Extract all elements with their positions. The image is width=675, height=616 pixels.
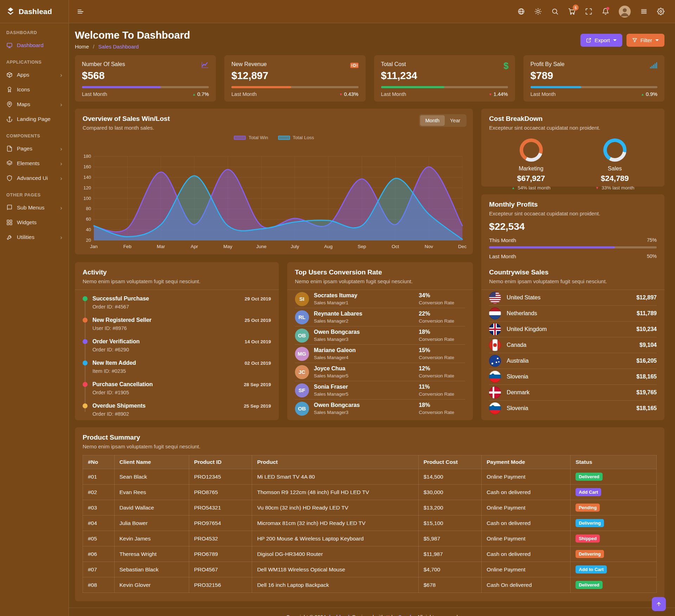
notifications-bell-icon[interactable] [602, 8, 609, 15]
table-cell: $14,500 [418, 469, 482, 485]
brand-logo[interactable]: Dashlead [0, 0, 69, 23]
filter-button[interactable]: Filter [626, 34, 664, 47]
sidebar-item-elements[interactable]: Elements› [0, 156, 69, 171]
sidebar-item-sub-menus[interactable]: Sub Menus› [0, 200, 69, 215]
sidebar-item-landing-page[interactable]: Landing Page [0, 112, 69, 127]
table-cell: Thomson R9 122cm (48 inch) Full HD LED T… [252, 485, 418, 500]
sales-win-lost-card: Overview of Sales Win/Lost Compared to l… [75, 109, 473, 254]
status-badge: Delivered [576, 473, 603, 481]
activity-item-title: New Item Added [92, 360, 271, 366]
footer-brand-link[interactable]: dashlead [327, 614, 349, 616]
country-sales-value: $19,765 [636, 389, 657, 396]
top-user-row: SFSonia FraserSales Manager511%Conversio… [295, 381, 465, 400]
cart-icon[interactable]: 5 [568, 8, 576, 15]
language-globe-icon[interactable] [518, 8, 525, 15]
sidebar-item-advanced-ui[interactable]: Advanced Ui› [0, 171, 69, 186]
user-avatar[interactable] [619, 6, 631, 18]
sidebar-item-pages[interactable]: Pages› [0, 141, 69, 156]
chevron-right-icon: › [60, 234, 62, 240]
chart-range-toggle: Month Year [419, 114, 467, 127]
breadcrumb-home-link[interactable]: Home [75, 44, 89, 50]
country-row: Slovenia$18,165 [489, 369, 657, 385]
export-button[interactable]: Export [580, 34, 622, 47]
country-name: Slovenia [507, 405, 528, 411]
filter-funnel-icon [632, 38, 637, 43]
table-cell: Cash on delivered [482, 546, 571, 562]
table-row: #03David WallacePRO54321Vu 80cm (32 inch… [83, 500, 657, 516]
package-icon [6, 72, 13, 78]
user-conversion: 22%Conversion Rate [419, 311, 465, 324]
table-cell: Cash on delivered [482, 485, 571, 500]
sidebar-section-label: COMPONENTS [0, 127, 69, 141]
stat-cards-row: Number Of Sales$568Last Month▲0.7%New Re… [75, 55, 664, 102]
activity-subtitle: Nemo enim ipsam voluptatem fugit sequi n… [83, 278, 271, 284]
product-summary-title: Product Summary [83, 434, 657, 441]
avatar: JC [295, 365, 309, 379]
stat-label: Profit By Sale [531, 61, 657, 67]
uk-flag-icon [489, 323, 501, 335]
conversion-label: Conversion Rate [419, 337, 465, 342]
toggle-month[interactable]: Month [420, 115, 445, 126]
top-user-row: MGMariane GaleonSales Manager415%Convers… [295, 345, 465, 363]
svg-text:May: May [223, 244, 232, 249]
cart-badge: 5 [573, 5, 579, 11]
sidebar-item-icons[interactable]: Icons [0, 82, 69, 97]
toggle-year[interactable]: Year [445, 115, 465, 126]
user-info: Reynante LabaresSales Manager2 [314, 311, 362, 324]
sidebar-item-dashboard[interactable]: Dashboard [0, 38, 69, 53]
stat-card-number-of-sales: Number Of Sales$568Last Month▲0.7% [75, 55, 216, 102]
table-row: #08Kevin GloverPRO32156Dell 16 inch Lapt… [83, 577, 657, 593]
fullscreen-icon[interactable] [585, 8, 592, 15]
chevron-right-icon: › [60, 72, 62, 78]
table-cell: Dell 16 inch Laptop Backpack [252, 577, 418, 593]
right-panel-list-icon[interactable] [640, 8, 648, 15]
stat-card-new-revenue: New Revenue$12,897Last Month▼0.43% [224, 55, 365, 102]
breadcrumb-current[interactable]: Sales Dashboard [98, 44, 139, 50]
sidebar-item-utilities[interactable]: Utilities› [0, 230, 69, 245]
sidebar-item-label: Dashboard [17, 42, 44, 48]
donut-value: $24,789 [595, 174, 634, 183]
activity-item-date: 28 Sep 2019 [244, 382, 271, 387]
svg-text:20: 20 [86, 238, 91, 243]
table-cell: Kevin Glover [114, 577, 189, 593]
user-role: Sales Manager2 [314, 318, 362, 324]
filter-caret-icon [655, 39, 659, 41]
arrow-down-icon: ▼ [489, 92, 492, 96]
country-row: Denmark$19,765 [489, 385, 657, 401]
theme-sun-icon[interactable] [534, 8, 542, 15]
status-badge: Shipped [576, 534, 600, 543]
conversion-pct: 12% [419, 365, 465, 372]
footer-designer-link[interactable]: Spruko [398, 614, 416, 616]
main-content: Welcome To Dashboard Home / Sales Dashbo… [69, 0, 675, 601]
svg-text:Dec: Dec [458, 244, 467, 249]
table-cell: $678 [418, 577, 482, 593]
award-icon [6, 86, 13, 93]
hamburger-menu-icon[interactable] [77, 8, 84, 15]
country-sales-value: $18,165 [636, 405, 657, 411]
profit-bar-label: Last Month50% [489, 253, 657, 260]
sidebar-item-widgets[interactable]: Widgets [0, 215, 69, 230]
export-caret-icon [613, 39, 617, 41]
chart-subtitle: Compared to last month sales. [83, 125, 465, 131]
sidebar-item-apps[interactable]: Apps› [0, 67, 69, 82]
user-name: Socrates Itumay [314, 292, 358, 299]
chart-title: Overview of Sales Win/Lost [83, 115, 465, 123]
table-cell: Online Payment [482, 531, 571, 546]
country-sales-value: $16,205 [636, 358, 657, 364]
search-icon[interactable] [551, 8, 559, 15]
sidebar-item-label: Advanced Ui [17, 175, 48, 181]
cash-icon [349, 60, 359, 70]
settings-gear-icon[interactable] [657, 8, 664, 15]
user-name: Reynante Labares [314, 311, 362, 317]
scroll-to-top-button[interactable] [652, 597, 666, 611]
sidebar-item-label: Pages [17, 145, 32, 152]
legend-item-total-loss[interactable]: Total Loss [278, 135, 314, 140]
table-cell: $15,100 [418, 516, 482, 531]
sidebar-nav: DASHBOARDDashboardAPPLICATIONSApps›Icons… [0, 23, 69, 245]
table-cell: #08 [83, 577, 115, 593]
cost-breakdown-items: Marketing$67,927▲ 54% last monthSales$24… [489, 138, 657, 190]
table-cell: #04 [83, 516, 115, 531]
legend-item-total-win[interactable]: Total Win [234, 135, 268, 140]
sidebar-item-maps[interactable]: Maps› [0, 97, 69, 112]
conversion-pct: 22% [419, 311, 465, 317]
